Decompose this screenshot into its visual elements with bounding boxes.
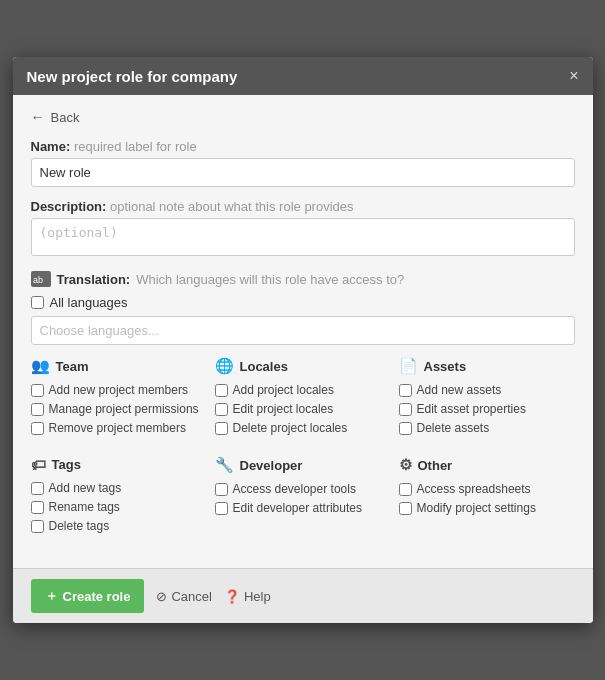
all-languages-checkbox[interactable] bbox=[31, 296, 44, 309]
translation-icon: ab bbox=[31, 271, 51, 287]
delete-tags-checkbox[interactable] bbox=[31, 520, 44, 533]
name-input[interactable] bbox=[31, 158, 575, 187]
all-languages-label: All languages bbox=[50, 295, 128, 310]
back-label: Back bbox=[51, 110, 80, 125]
cancel-icon: ⊘ bbox=[156, 589, 167, 604]
tags-icon: 🏷 bbox=[31, 456, 46, 473]
rename-tags-checkbox[interactable] bbox=[31, 501, 44, 514]
modal-body: ← Back Name: required label for role Des… bbox=[13, 95, 593, 568]
team-icon: 👥 bbox=[31, 357, 50, 375]
developer-section: 🔧 Developer Access developer tools Edit … bbox=[215, 456, 391, 538]
list-item: Delete tags bbox=[31, 519, 207, 533]
name-field-row: Name: required label for role bbox=[31, 139, 575, 187]
all-languages-row: All languages bbox=[31, 295, 575, 310]
permissions-grid: 👥 Team Add new project members Manage pr… bbox=[31, 357, 575, 538]
back-link[interactable]: ← Back bbox=[31, 109, 575, 125]
description-input[interactable] bbox=[31, 218, 575, 256]
locales-section: 🌐 Locales Add project locales Edit proje… bbox=[215, 357, 391, 440]
list-item: Manage project permissions bbox=[31, 402, 207, 416]
team-section: 👥 Team Add new project members Manage pr… bbox=[31, 357, 207, 440]
translation-section: ab Translation: Which languages will thi… bbox=[31, 271, 575, 345]
create-role-label: Create role bbox=[63, 589, 131, 604]
modal-footer: ＋ Create role ⊘ Cancel ❓ Help bbox=[13, 568, 593, 623]
tags-section: 🏷 Tags Add new tags Rename tags Delete t… bbox=[31, 456, 207, 538]
modify-project-settings-checkbox[interactable] bbox=[399, 502, 412, 515]
edit-locales-checkbox[interactable] bbox=[215, 403, 228, 416]
help-label: Help bbox=[244, 589, 271, 604]
list-item: Rename tags bbox=[31, 500, 207, 514]
modal-title: New project role for company bbox=[27, 68, 238, 85]
list-item: Add new assets bbox=[399, 383, 575, 397]
remove-members-checkbox[interactable] bbox=[31, 422, 44, 435]
list-item: Add new project members bbox=[31, 383, 207, 397]
edit-dev-attributes-checkbox[interactable] bbox=[215, 502, 228, 515]
developer-icon: 🔧 bbox=[215, 456, 234, 474]
add-locales-checkbox[interactable] bbox=[215, 384, 228, 397]
create-role-button[interactable]: ＋ Create role bbox=[31, 579, 145, 613]
locales-icon: 🌐 bbox=[215, 357, 234, 375]
delete-assets-checkbox[interactable] bbox=[399, 422, 412, 435]
add-project-members-checkbox[interactable] bbox=[31, 384, 44, 397]
list-item: Delete project locales bbox=[215, 421, 391, 435]
back-arrow-icon: ← bbox=[31, 109, 45, 125]
team-section-title: 👥 Team bbox=[31, 357, 207, 375]
edit-asset-properties-checkbox[interactable] bbox=[399, 403, 412, 416]
translation-hint: Which languages will this role have acce… bbox=[136, 272, 404, 287]
description-field-row: Description: optional note about what th… bbox=[31, 199, 575, 259]
plus-icon: ＋ bbox=[45, 587, 58, 605]
other-section-title: ⚙ Other bbox=[399, 456, 575, 474]
modal-container: New project role for company × ← Back Na… bbox=[13, 57, 593, 623]
list-item: Modify project settings bbox=[399, 501, 575, 515]
translation-label-row: ab Translation: Which languages will thi… bbox=[31, 271, 575, 287]
list-item: Edit project locales bbox=[215, 402, 391, 416]
assets-section-title: 📄 Assets bbox=[399, 357, 575, 375]
access-spreadsheets-checkbox[interactable] bbox=[399, 483, 412, 496]
delete-locales-checkbox[interactable] bbox=[215, 422, 228, 435]
list-item: Delete assets bbox=[399, 421, 575, 435]
access-dev-tools-checkbox[interactable] bbox=[215, 483, 228, 496]
manage-permissions-checkbox[interactable] bbox=[31, 403, 44, 416]
add-tags-checkbox[interactable] bbox=[31, 482, 44, 495]
list-item: Access developer tools bbox=[215, 482, 391, 496]
modal-header: New project role for company × bbox=[13, 57, 593, 95]
other-icon: ⚙ bbox=[399, 456, 412, 474]
list-item: Edit developer attributes bbox=[215, 501, 391, 515]
modal-close-button[interactable]: × bbox=[569, 67, 578, 85]
list-item: Edit asset properties bbox=[399, 402, 575, 416]
choose-languages-input[interactable] bbox=[31, 316, 575, 345]
locales-section-title: 🌐 Locales bbox=[215, 357, 391, 375]
list-item: Add project locales bbox=[215, 383, 391, 397]
list-item: Access spreadsheets bbox=[399, 482, 575, 496]
help-button[interactable]: ❓ Help bbox=[224, 589, 271, 604]
other-section: ⚙ Other Access spreadsheets Modify proje… bbox=[399, 456, 575, 538]
name-label: Name: required label for role bbox=[31, 139, 575, 154]
list-item: Remove project members bbox=[31, 421, 207, 435]
list-item: Add new tags bbox=[31, 481, 207, 495]
help-icon: ❓ bbox=[224, 589, 240, 604]
cancel-button[interactable]: ⊘ Cancel bbox=[156, 589, 211, 604]
svg-text:ab: ab bbox=[33, 275, 43, 285]
tags-section-title: 🏷 Tags bbox=[31, 456, 207, 473]
add-assets-checkbox[interactable] bbox=[399, 384, 412, 397]
assets-icon: 📄 bbox=[399, 357, 418, 375]
cancel-label: Cancel bbox=[171, 589, 211, 604]
description-label: Description: optional note about what th… bbox=[31, 199, 575, 214]
translation-title: Translation: bbox=[57, 272, 131, 287]
assets-section: 📄 Assets Add new assets Edit asset prope… bbox=[399, 357, 575, 440]
developer-section-title: 🔧 Developer bbox=[215, 456, 391, 474]
